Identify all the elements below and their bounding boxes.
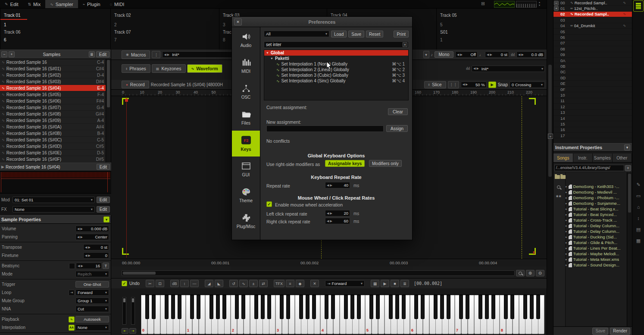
expander-icon[interactable]: ▸ [566, 252, 567, 256]
black-key[interactable] [331, 295, 335, 319]
frame-icon[interactable]: ▭ [635, 192, 642, 199]
property-button[interactable]: One-Shot [75, 281, 109, 288]
pencil-icon[interactable]: ✎ [635, 181, 642, 188]
black-key[interactable] [523, 295, 527, 319]
browser-tab-samples[interactable]: Samples [593, 153, 613, 162]
black-key[interactable] [504, 295, 508, 319]
save-button[interactable]: Save [348, 31, 364, 38]
property-spinner[interactable]: ◀▶0 st [83, 244, 109, 250]
instrument-row[interactable]: 03 [553, 17, 632, 23]
black-key[interactable] [344, 295, 348, 319]
mod-edit-button[interactable]: Edit [97, 197, 110, 203]
caret-right-icon[interactable]: ▶ [81, 264, 83, 268]
caret-down-icon[interactable]: ▾ [423, 51, 429, 58]
gain-spinner[interactable]: ◀▶0.0 dB [516, 51, 545, 58]
sample-row[interactable]: ∿Recorded Sample 16C-4 [0, 59, 106, 66]
octave-right-icon[interactable]: ⇥ [129, 328, 136, 334]
black-key[interactable] [434, 295, 438, 319]
caret-left-icon[interactable]: ◀ [77, 227, 79, 231]
instrument-properties-header[interactable]: Instrument Properties ▾ [553, 143, 632, 152]
sample-row[interactable]: ∿Recorded Sample 16 (S#0B)B-4 [0, 130, 106, 137]
file-row[interactable]: ▸Tutorial - Delay Column... [566, 223, 627, 229]
search-icon[interactable] [516, 270, 525, 276]
copy-icon[interactable]: ⊡ [156, 280, 164, 287]
updown-arrows-icon[interactable]: ▴▾ [539, 1, 540, 8]
play-icon[interactable]: ▶ [381, 280, 389, 287]
instrument-row[interactable]: 02∿Recorded Sampl..∿ [553, 12, 632, 17]
octave-slider[interactable] [131, 297, 135, 325]
wildcard-icon[interactable]: ∗∗ [556, 194, 561, 198]
sample-row[interactable]: ∿Recorded Sample 16 (S#04)E-4 [0, 85, 106, 91]
file-row[interactable]: ▸Tutorial - Sound Design... [566, 262, 627, 268]
prefs-tab-files[interactable]: Files [232, 105, 260, 131]
track-scopes[interactable] [494, 1, 515, 8]
caret-left-icon[interactable]: ◀ [78, 264, 80, 268]
instrument-row[interactable]: 11 [553, 98, 632, 104]
black-key[interactable] [485, 295, 489, 319]
instrument-row[interactable]: 0B [553, 63, 632, 69]
prefs-tab-audio[interactable]: Audio [232, 27, 260, 53]
tree-node-paketti[interactable]: ▼ Paketti [264, 56, 408, 61]
zoom-in-icon[interactable]: ⊕ [526, 270, 535, 276]
property-dropdown[interactable]: Group 1▾ [75, 297, 109, 304]
apply-icon[interactable]: ◆ [296, 280, 304, 287]
zoom-out-icon[interactable]: ⊖ [536, 270, 544, 276]
fx-edit-button[interactable]: Edit [97, 206, 110, 213]
caret-right-icon[interactable]: ▶ [88, 246, 90, 249]
interpolation-icon[interactable]: AA [69, 325, 75, 331]
property-button[interactable]: Autoseek [75, 316, 109, 322]
black-key[interactable] [286, 295, 290, 319]
file-row[interactable]: ▸Tutorial - Ducking (Sid... [566, 234, 627, 240]
grip-icon[interactable]: ⋮ [152, 51, 160, 58]
spectrum-view[interactable] [516, 1, 537, 8]
dialog-titlebar[interactable]: ✕ Preferences [232, 17, 412, 27]
file-row[interactable]: ▸DemoSong - Keith303 -... [566, 184, 627, 189]
window-icon[interactable]: ⊞ [481, 1, 485, 8]
file-row[interactable]: ▸Tutorial - Beat Synced... [566, 212, 627, 217]
wave-scrollbar[interactable] [122, 270, 515, 276]
black-key[interactable] [145, 295, 149, 319]
path-display[interactable]: /...enoise/V3.4.4/Library/Songs/ [554, 165, 624, 171]
pattern-matrix-toggle[interactable] [633, 0, 644, 12]
instrument-row[interactable]: 06 [553, 34, 632, 40]
prefs-tab-keys[interactable]: F2 Keys [232, 131, 260, 157]
assignable-keys-button[interactable]: Assignable keys [325, 160, 365, 167]
file-row[interactable]: ▸Tutorial - Meta Mixer.xrns [566, 257, 627, 262]
black-key[interactable] [152, 295, 156, 319]
expander-icon[interactable]: ▸ [566, 247, 567, 250]
new-assignment-input[interactable] [266, 125, 384, 132]
print-button[interactable]: Print [394, 31, 409, 38]
black-key[interactable] [306, 295, 309, 319]
file-row[interactable]: ▸Tutorial - Maybe Melodi... [566, 251, 627, 257]
file-row[interactable]: ▸DemoSong - Medievil ... [566, 189, 627, 195]
modifiers-only-button[interactable]: Modifiers only [369, 160, 402, 167]
sample-row[interactable]: ∿Recorded Sample 16 (S#0A)A#4 [0, 124, 106, 130]
sample-thumbnail[interactable] [0, 171, 111, 194]
fx-preset-dropdown[interactable]: ◀▶Init*▾ [472, 66, 545, 72]
play-direction-dropdown[interactable]: ⇥ Forward ▾ [325, 280, 365, 287]
undo-checkbox[interactable]: ✓ [122, 281, 127, 286]
prefs-tab-theme[interactable]: Theme [232, 182, 260, 208]
expander-icon[interactable]: ▸ [566, 185, 567, 188]
property-spinner[interactable]: ◀▶Center [75, 234, 109, 240]
track-title[interactable]: S01 [440, 30, 448, 34]
black-key[interactable] [190, 295, 194, 319]
black-key[interactable] [267, 295, 271, 319]
property-dropdown[interactable]: None▾ [75, 324, 109, 331]
remove-instrument-button[interactable]: − [554, 1, 559, 6]
folder-icon[interactable] [560, 175, 566, 179]
black-key[interactable] [165, 295, 169, 319]
black-key[interactable] [447, 295, 450, 319]
shortcut-item[interactable]: ∿Set Interpolation 1 (None) Globally⌘⌥ 1 [264, 61, 408, 67]
instrument-row[interactable]: 07 [553, 41, 632, 46]
slice-apply-button[interactable]: ▶ [488, 81, 496, 88]
add-path-button[interactable]: + [625, 165, 631, 171]
fade-out-icon[interactable]: ◣ [215, 280, 223, 287]
shortcut-item[interactable]: ∿Set Interpolation 2 (Linear) Globally⌘⌥… [264, 67, 408, 72]
end-marker[interactable]: E [533, 250, 535, 255]
add-sample-button[interactable]: + [9, 51, 15, 57]
tab-plugin[interactable]: ⌁Plugin [78, 0, 105, 8]
sample-row[interactable]: ∿Recorded Sample 16 (S#09)A-4 [0, 117, 106, 124]
sine-icon[interactable]: ∿ [239, 280, 248, 287]
instrument-row[interactable]: 00∿Recorded Sampl..∿ [553, 0, 632, 6]
